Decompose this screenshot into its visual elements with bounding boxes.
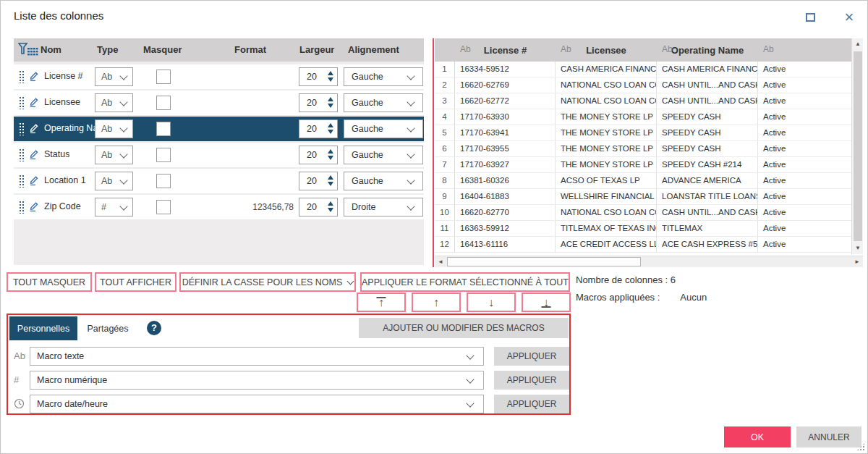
- drag-handle-icon[interactable]: [19, 122, 24, 135]
- type-dropdown[interactable]: Ab: [95, 119, 133, 138]
- drag-handle-icon[interactable]: [19, 96, 24, 109]
- largeur-spinner[interactable]: 20: [299, 119, 338, 138]
- alignement-dropdown[interactable]: Gauche: [344, 146, 423, 164]
- largeur-spinner[interactable]: 20: [299, 146, 338, 164]
- move-up-button[interactable]: ↑: [412, 293, 461, 312]
- scroll-right-icon[interactable]: ►: [851, 256, 863, 268]
- type-dropdown[interactable]: Ab: [95, 146, 133, 164]
- ajouter-modifier-macros-button[interactable]: AJOUTER OU MODIFIER DES MACROS: [359, 318, 569, 338]
- vertical-scrollbar[interactable]: ▲ ▼: [851, 38, 863, 254]
- alignement-dropdown[interactable]: Gauche: [344, 119, 423, 138]
- column-config-row[interactable]: Operating Na... Ab 20 Gauche: [14, 117, 424, 141]
- spin-down-icon[interactable]: [328, 130, 333, 134]
- scroll-left-icon[interactable]: ◄: [435, 256, 446, 268]
- spinner-arrows[interactable]: [328, 175, 333, 186]
- spin-down-icon[interactable]: [328, 77, 333, 82]
- spin-up-icon[interactable]: [328, 175, 333, 180]
- edit-pencil-icon[interactable]: [28, 201, 40, 212]
- largeur-spinner[interactable]: 20: [299, 67, 338, 86]
- largeur-spinner[interactable]: 20: [299, 93, 338, 112]
- horizontal-scroll-thumb[interactable]: [447, 257, 641, 266]
- macro-texte-dropdown[interactable]: Macro texte: [30, 347, 484, 366]
- preview-grid-row[interactable]: 8 16381-60326 ACSO OF TEXAS LP ADVANCE A…: [435, 173, 863, 189]
- spin-down-icon[interactable]: [328, 208, 333, 212]
- preview-grid-row[interactable]: 6 17170-63955 THE MONEY STORE LP SPEEDY …: [435, 141, 863, 157]
- maximize-button[interactable]: [798, 8, 822, 27]
- masquer-checkbox[interactable]: [156, 70, 171, 84]
- annuler-button[interactable]: ANNULER: [796, 426, 861, 447]
- preview-grid-row[interactable]: 5 17170-63941 THE MONEY STORE LP SPEEDY …: [435, 125, 863, 141]
- scroll-up-icon[interactable]: ▲: [852, 38, 864, 50]
- spin-up-icon[interactable]: [328, 123, 333, 127]
- largeur-spinner[interactable]: 20: [299, 198, 338, 217]
- spinner-arrows[interactable]: [328, 97, 333, 108]
- column-config-row[interactable]: Location 1 Ab 20 Gauche: [14, 169, 424, 193]
- spinner-arrows[interactable]: [328, 71, 333, 82]
- preview-grid-row[interactable]: 2 16620-62769 NATIONAL CSO LOAN CORP CAS…: [435, 77, 863, 93]
- move-top-button[interactable]: ↑: [357, 293, 406, 312]
- tab-partagees[interactable]: Partagées: [77, 316, 138, 340]
- appliquer-format-button[interactable]: APPLIQUER LE FORMAT SÉLECTIONNÉ À TOUT: [360, 272, 570, 292]
- spinner-arrows[interactable]: [328, 201, 333, 212]
- edit-pencil-icon[interactable]: [28, 96, 40, 108]
- preview-grid-row[interactable]: 9 16404-61883 WELLSHIRE FINANCIAL SER...…: [435, 189, 863, 205]
- drag-handle-icon[interactable]: [19, 175, 24, 188]
- spin-up-icon[interactable]: [328, 71, 333, 75]
- help-icon[interactable]: ?: [147, 321, 161, 335]
- grid-header-operating-name[interactable]: AbOperating Name: [657, 38, 758, 62]
- preview-grid-row[interactable]: 4 17170-63930 THE MONEY STORE LP SPEEDY …: [435, 109, 863, 125]
- spin-down-icon[interactable]: [328, 182, 333, 186]
- tout-afficher-button[interactable]: TOUT AFFICHER: [95, 272, 176, 292]
- masquer-checkbox[interactable]: [156, 148, 171, 162]
- type-dropdown[interactable]: Ab: [95, 172, 133, 190]
- appliquer-numerique-button[interactable]: APPLIQUER: [494, 371, 569, 390]
- spin-up-icon[interactable]: [328, 201, 333, 206]
- preview-grid-row[interactable]: 7 17170-63927 THE MONEY STORE LP SPEEDY …: [435, 157, 863, 173]
- alignement-dropdown[interactable]: Gauche: [344, 67, 423, 86]
- grid-header-licensee[interactable]: AbLicensee: [556, 38, 657, 62]
- ok-button[interactable]: OK: [724, 426, 791, 447]
- spin-up-icon[interactable]: [328, 149, 333, 154]
- type-dropdown[interactable]: #: [95, 198, 133, 217]
- alignement-dropdown[interactable]: Gauche: [344, 172, 423, 190]
- column-config-row[interactable]: Licensee Ab 20 Gauche: [14, 91, 424, 115]
- column-config-row[interactable]: Zip Code # 123456,78 20 Droite: [14, 195, 424, 219]
- edit-pencil-icon[interactable]: [28, 175, 40, 186]
- type-dropdown[interactable]: Ab: [95, 93, 133, 112]
- move-bottom-button[interactable]: ↓: [522, 293, 571, 312]
- spinner-arrows[interactable]: [328, 149, 333, 160]
- drag-handle-icon[interactable]: [19, 201, 24, 214]
- drag-handle-icon[interactable]: [19, 148, 24, 161]
- spin-down-icon[interactable]: [328, 156, 333, 160]
- vertical-scroll-thumb[interactable]: [854, 51, 862, 241]
- grid-header-license[interactable]: AbLicense #: [455, 38, 556, 62]
- edit-pencil-icon[interactable]: [28, 148, 40, 160]
- edit-pencil-icon[interactable]: [28, 122, 40, 134]
- masquer-checkbox[interactable]: [156, 122, 171, 136]
- masquer-checkbox[interactable]: [156, 174, 171, 188]
- appliquer-dateheure-button[interactable]: APPLIQUER: [494, 395, 569, 413]
- appliquer-texte-button[interactable]: APPLIQUER: [494, 347, 569, 366]
- type-dropdown[interactable]: Ab: [95, 67, 133, 86]
- tab-personnelles[interactable]: Personnelles: [9, 316, 77, 340]
- largeur-spinner[interactable]: 20: [299, 172, 338, 190]
- column-config-row[interactable]: Status Ab 20 Gauche: [14, 143, 424, 167]
- macro-numerique-dropdown[interactable]: Macro numérique: [30, 371, 484, 390]
- drag-handle-icon[interactable]: [19, 70, 24, 83]
- masquer-checkbox[interactable]: [156, 200, 171, 214]
- definir-casse-button[interactable]: DÉFINIR LA CASSE POUR LES NOMS: [179, 272, 356, 292]
- macro-dateheure-dropdown[interactable]: Macro date/heure: [30, 395, 484, 413]
- spin-down-icon[interactable]: [328, 104, 333, 108]
- close-button[interactable]: ×: [837, 8, 861, 27]
- preview-grid-row[interactable]: 1 16334-59512 CASH AMERICA FINANCIAL S..…: [435, 62, 863, 77]
- move-down-button[interactable]: ↓: [467, 293, 516, 312]
- spin-up-icon[interactable]: [328, 97, 333, 101]
- column-config-row[interactable]: License # Ab 20 Gauche: [14, 64, 424, 89]
- preview-grid-row[interactable]: 10 16620-62770 NATIONAL CSO LOAN CORP CA…: [435, 205, 863, 221]
- alignement-dropdown[interactable]: Droite: [344, 198, 423, 217]
- alignement-dropdown[interactable]: Gauche: [344, 93, 423, 112]
- masquer-checkbox[interactable]: [156, 96, 171, 110]
- grid-header-status[interactable]: Ab: [758, 38, 851, 62]
- scroll-down-icon[interactable]: ▼: [852, 243, 864, 254]
- spinner-arrows[interactable]: [328, 123, 333, 134]
